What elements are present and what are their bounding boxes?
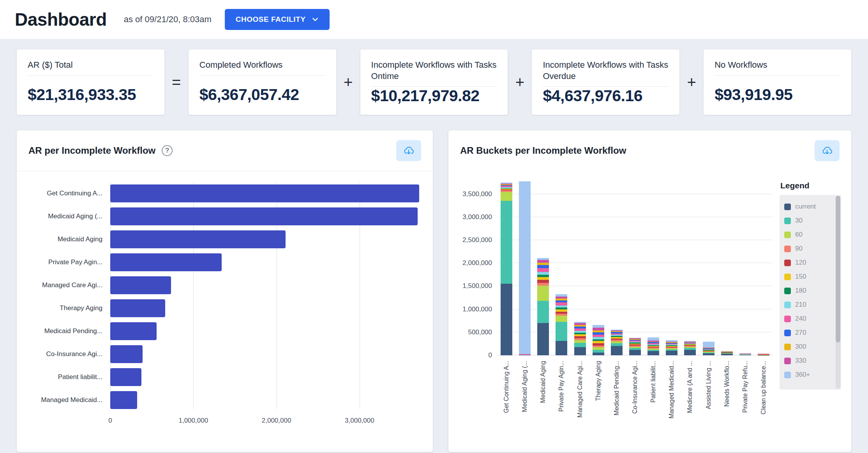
legend-item[interactable]: 300 [784, 340, 833, 354]
bar-segment-30 [611, 343, 623, 346]
panel-title: AR per Incomplete Workflow [28, 145, 155, 156]
hbar-bar[interactable] [110, 276, 171, 294]
bar-segment-270 [537, 265, 549, 268]
y-tick-label: 1,000,000 [462, 306, 492, 313]
panel-header: AR per Incomplete Workflow ? [17, 130, 433, 171]
legend-item[interactable]: 360+ [784, 368, 833, 382]
hbar-track [110, 368, 423, 386]
hbar-track [110, 276, 423, 294]
hbar-bar[interactable] [110, 345, 143, 363]
as-of-timestamp: as of 09/21/20, 8:03am [124, 14, 212, 25]
hbar-bar[interactable] [110, 230, 286, 248]
download-button[interactable] [396, 140, 421, 161]
hbar-bar[interactable] [110, 299, 165, 317]
stacked-bar[interactable] [537, 180, 549, 355]
hbar-track [110, 391, 423, 409]
legend-scrollbar[interactable] [836, 196, 840, 389]
legend-item[interactable]: 240 [784, 312, 833, 326]
stacked-bar[interactable] [758, 180, 769, 355]
legend-swatch [784, 204, 791, 210]
download-button[interactable] [815, 140, 840, 161]
legend-item[interactable]: 60 [784, 228, 833, 242]
app-header: Dashboard as of 09/21/20, 8:03am CHOOSE … [0, 0, 868, 39]
stacked-bar[interactable] [629, 180, 641, 355]
legend-item[interactable]: 30 [784, 214, 833, 228]
bar-segment-60 [556, 316, 567, 321]
stacked-bar[interactable] [739, 180, 751, 355]
help-icon[interactable]: ? [162, 145, 173, 156]
legend-label: 150 [795, 273, 806, 281]
hbar-track [110, 299, 423, 317]
hbar-row: Medicaid Pending... [17, 322, 433, 340]
stacked-bar[interactable] [611, 180, 623, 355]
legend-label: 210 [795, 301, 806, 309]
stacked-bar[interactable] [574, 180, 586, 355]
legend-item[interactable]: 210 [784, 298, 833, 312]
hbar-bar[interactable] [110, 368, 141, 386]
stacked-chart: 0500,0001,000,0001,500,0002,000,0002,500… [448, 171, 851, 440]
legend-item[interactable]: 330 [784, 354, 833, 368]
x-category-label: Assisted Living ... [703, 361, 715, 440]
kpi-card-incomplete-overdue: Incomplete Workflows with Tasks Overdue … [532, 49, 679, 115]
legend-item[interactable]: 180 [784, 284, 833, 298]
bar-segment-360+ [703, 342, 715, 348]
legend-swatch [784, 316, 791, 322]
legend-swatch [784, 358, 791, 364]
legend-items: current306090120150180210240270300330360… [784, 200, 833, 382]
operator-equals: = [164, 49, 189, 115]
stacked-bar[interactable] [721, 180, 733, 355]
bar-segment-240 [537, 268, 549, 272]
hbar-row: Medicaid Aging (... [17, 207, 433, 225]
stacked-bar[interactable] [647, 180, 659, 355]
bar-segment-210 [537, 272, 549, 275]
choose-facility-button[interactable]: CHOOSE FACILITY [225, 9, 330, 30]
x-category-label: Medicaid Aging (... [519, 361, 531, 440]
dashboard-body: AR ($) Total $21,316,933.35 = Completed … [0, 39, 868, 452]
legend-scroll-thumb[interactable] [836, 196, 840, 342]
x-category-label: Medicare (A and ... [684, 361, 696, 440]
legend-item[interactable]: 150 [784, 270, 833, 284]
bar-segment-360+ [519, 181, 531, 354]
choose-facility-label: CHOOSE FACILITY [236, 15, 306, 24]
legend-item[interactable]: 120 [784, 256, 833, 270]
bar-segment-current [666, 351, 677, 355]
legend-label: 90 [795, 245, 803, 253]
bar-segment-30 [574, 343, 586, 347]
stacked-bar[interactable] [593, 180, 604, 355]
stacked-bar[interactable] [501, 180, 512, 355]
stack-bar-slot [758, 180, 769, 355]
stacked-bar[interactable] [684, 180, 696, 355]
x-category-label: Co-Insurance Agi... [629, 361, 641, 440]
stacked-bar[interactable] [519, 180, 531, 355]
x-category-label: Private Pay Refu... [739, 361, 751, 440]
hbar-row: Co-Insurance Agi... [17, 345, 433, 363]
hbar-bar[interactable] [110, 391, 137, 409]
kpi-card-no-workflows: No Workflows $93,919.95 [704, 49, 851, 115]
bar-segment-30 [537, 301, 549, 323]
stack-bar-slot [721, 180, 733, 355]
legend-item[interactable]: 90 [784, 242, 833, 256]
y-tick-label: 1,500,000 [462, 282, 492, 290]
kpi-summary-row: AR ($) Total $21,316,933.35 = Completed … [17, 49, 851, 115]
legend-item[interactable]: current [784, 200, 833, 214]
stacked-bar[interactable] [666, 180, 677, 355]
hbar-bar[interactable] [110, 322, 157, 340]
hbar-track [110, 230, 423, 248]
stacked-bar[interactable] [703, 180, 715, 355]
x-category-label: Get Continuing A... [501, 361, 512, 440]
stacked-bar[interactable] [556, 180, 567, 355]
legend-item[interactable]: 270 [784, 326, 833, 340]
hbar-xticks: 01,000,0002,000,0003,000,000 [110, 417, 423, 428]
hbar-bar[interactable] [110, 184, 419, 202]
legend-swatch [784, 232, 791, 238]
stack-bar-slot [739, 180, 751, 355]
kpi-label: No Workflows [715, 60, 840, 76]
hbar-bar[interactable] [110, 253, 222, 271]
legend-label: 60 [795, 231, 803, 239]
hbar-bar[interactable] [110, 207, 418, 225]
operator-plus: + [508, 49, 532, 115]
stack-bar-slot [611, 180, 623, 355]
bar-segment-current [647, 351, 659, 355]
x-category-label: Therapy Aging [593, 361, 604, 440]
stack-bar-slot [629, 180, 641, 355]
